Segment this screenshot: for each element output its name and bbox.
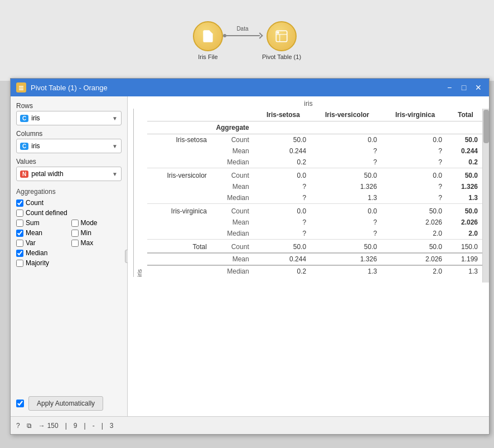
iris-file-icon: [193, 21, 223, 51]
agg-median-3: Median: [212, 228, 255, 240]
row-empty-3: [147, 181, 212, 192]
th-empty1: [147, 109, 212, 121]
th-iris-setosa: Iris-setosa: [255, 109, 312, 121]
rows-label: Rows: [16, 102, 122, 110]
median-checkbox[interactable]: [16, 250, 23, 257]
mode-checkbox[interactable]: [71, 220, 79, 227]
cell-total-mean-2: 1.326: [448, 181, 483, 192]
majority-label: Majority: [26, 259, 49, 267]
columns-chevron-icon: ▼: [112, 143, 118, 149]
cell-versicolor-mean-1: ?: [312, 145, 382, 157]
apply-automatically-button[interactable]: Apply Automatically: [28, 396, 103, 411]
maximize-button[interactable]: □: [459, 82, 469, 92]
table-row: Total Count 50.0 50.0 50.0 150.0: [147, 240, 483, 254]
row-group-total: Total: [147, 240, 212, 254]
row-empty-7: [147, 253, 212, 265]
count-defined-checkbox[interactable]: [16, 210, 23, 217]
row-empty-1: [147, 145, 212, 157]
cell-total-median-3: 2.0: [448, 228, 483, 240]
cell-setosa-mean-3: ?: [255, 217, 312, 228]
table-subheader-row: Aggregate: [147, 121, 483, 134]
mean-label: Mean: [26, 229, 42, 237]
rows-value: iris: [31, 114, 40, 122]
window-body: Rows C iris ▼ Columns C iris ▼: [11, 96, 489, 416]
iris-file-label: Iris File: [198, 53, 217, 60]
th-iris-versicolor: Iris-versicolor: [312, 109, 382, 121]
rows-dropdown[interactable]: C iris ▼: [16, 111, 122, 125]
sep1: |: [65, 422, 67, 430]
cell-total-mean-3: 2.026: [448, 217, 483, 228]
majority-checkbox[interactable]: [16, 260, 23, 267]
count1: 150: [47, 422, 59, 430]
cell-virginica-median-2: ?: [382, 192, 448, 204]
row-group-iris-versicolor: Iris-versicolor: [147, 168, 212, 182]
var-label: Var: [26, 239, 36, 247]
columns-section: Columns C iris ▼: [16, 130, 122, 153]
cell-setosa-mean-2: ?: [255, 181, 312, 192]
values-section: Values N petal width ▼: [16, 158, 122, 181]
close-button[interactable]: ✕: [473, 82, 483, 92]
max-label: Max: [81, 239, 94, 247]
cell-virginica-count-2: 0.0: [382, 168, 448, 182]
sum-checkbox[interactable]: [16, 220, 23, 227]
values-dropdown[interactable]: N petal width ▼: [16, 167, 122, 181]
cell-virginica-mean-2: ?: [382, 181, 448, 192]
left-panel: Rows C iris ▼ Columns C iris ▼: [11, 96, 128, 416]
sum-label: Sum: [26, 219, 40, 227]
cell-setosa-count-total: 50.0: [255, 240, 312, 254]
cell-virginica-count-3: 50.0: [382, 204, 448, 217]
count-checkbox[interactable]: [16, 199, 23, 207]
cell-virginica-median-1: ?: [382, 157, 448, 168]
sep3: |: [101, 422, 103, 430]
cell-setosa-mean-total: 0.244: [255, 253, 312, 265]
cell-setosa-count-1: 50.0: [255, 134, 312, 146]
cell-versicolor-count-2: 50.0: [312, 168, 382, 182]
min-label: Min: [81, 229, 91, 237]
count4: 3: [110, 422, 114, 430]
help-icon[interactable]: ?: [16, 422, 20, 430]
cell-virginica-mean-3: 2.026: [382, 217, 448, 228]
cell-virginica-mean-1: ?: [382, 145, 448, 157]
cell-setosa-mean-1: 0.244: [255, 145, 312, 157]
cell-total-count-2: 50.0: [448, 168, 483, 182]
scrollbar[interactable]: [482, 109, 489, 283]
iris-file-node[interactable]: Iris File: [193, 21, 223, 60]
cell-total-median-1: 0.2: [448, 157, 483, 168]
table-row: Mean 0.244 1.326 2.026 1.199: [147, 253, 483, 265]
cell-setosa-count-3: 0.0: [255, 204, 312, 217]
cell-versicolor-mean-total: 1.326: [312, 253, 382, 265]
pivot-table-node[interactable]: Pivot Table (1): [262, 21, 301, 60]
columns-dropdown[interactable]: C iris ▼: [16, 139, 122, 153]
row-empty-5: [147, 217, 212, 228]
agg-mean-2: Mean: [212, 181, 255, 192]
connector-label: Data: [236, 26, 248, 32]
cell-virginica-median-total: 2.0: [382, 265, 448, 277]
cell-total-mean-total: 1.199: [448, 253, 483, 265]
min-checkbox[interactable]: [71, 230, 79, 237]
count-label: Count: [26, 199, 43, 207]
columns-dropdown-label: C iris: [20, 142, 40, 150]
minimize-button[interactable]: −: [444, 82, 454, 92]
var-checkbox[interactable]: [16, 240, 23, 247]
help-icon-item: ?: [16, 422, 20, 430]
checkbox-grid: Sum Mode Mean Min: [16, 219, 122, 247]
cell-virginica-mean-total: 2.026: [382, 253, 448, 265]
cell-versicolor-count-1: 0.0: [312, 134, 382, 146]
cell-virginica-count-1: 0.0: [382, 134, 448, 146]
send-icon[interactable]: →: [38, 422, 45, 430]
cell-versicolor-mean-2: 1.326: [312, 181, 382, 192]
cell-setosa-count-2: 0.0: [255, 168, 312, 182]
row-group-iris-virginica: Iris-virginica: [147, 204, 212, 217]
count-defined-checkbox-item: Count defined: [16, 209, 122, 217]
agg-median-2: Median: [212, 192, 255, 204]
max-checkbox[interactable]: [71, 240, 79, 247]
mode-label: Mode: [81, 219, 98, 227]
agg-count-3: Count: [212, 204, 255, 217]
cell-setosa-median-total: 0.2: [255, 265, 312, 277]
title-bar-controls: − □ ✕: [444, 82, 483, 92]
iris-side-label: iris: [133, 109, 145, 277]
copy-icon[interactable]: ⧉: [27, 422, 32, 430]
apply-automatically-checkbox[interactable]: [16, 400, 24, 407]
mean-checkbox[interactable]: [16, 230, 23, 237]
iris-top-label: iris: [128, 96, 489, 109]
